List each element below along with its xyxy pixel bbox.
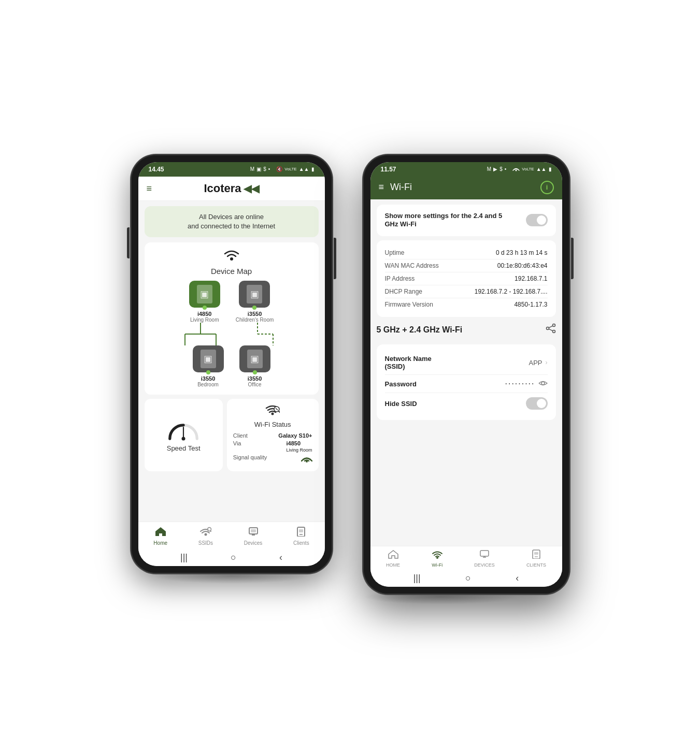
svg-point-0 xyxy=(230,257,233,261)
wifi-section-header: 5 GHz + 2.4 GHz Wi-Fi xyxy=(377,321,556,340)
svg-point-10 xyxy=(182,437,185,440)
device-tree: i4850 Living Room xyxy=(151,279,312,389)
status-time-1: 14.45 xyxy=(149,166,164,173)
tree-row-bottom: i3550 Bedroom xyxy=(193,345,270,387)
svg-line-31 xyxy=(549,329,552,331)
phone2-bottom-bar: ||| ○ ‹ xyxy=(370,569,562,587)
router-icon-2 xyxy=(247,285,262,303)
home-icon-2 xyxy=(388,549,398,561)
svg-point-29 xyxy=(552,330,555,333)
phone2: 11.57 M ▶ $ • VoLTE xyxy=(363,155,569,604)
wifi-status-header: Wi-Fi Status xyxy=(233,404,312,428)
tree-lines-svg xyxy=(169,323,294,345)
app-header-1: ≡ Icotera ◀◀ xyxy=(138,177,325,201)
nav-home-1[interactable]: Home xyxy=(153,526,167,546)
phone2-frame: 11.57 M ▶ $ • VoLTE xyxy=(363,155,569,594)
device-box-gray-2 xyxy=(193,345,224,372)
scene: 14.45 M ▣ $ • 🔇 VoLTE ▲▲ ▮ ≡ xyxy=(39,59,661,680)
clients-icon-2 xyxy=(531,549,541,561)
bottom-nav-2: HOME Wi-Fi xyxy=(370,546,562,569)
device-node-i4850: i4850 Living Room xyxy=(189,281,220,323)
phone1-frame: 14.45 M ▣ $ • 🔇 VoLTE ▲▲ ▮ ≡ xyxy=(131,155,332,573)
hide-ssid-row: Hide SSID xyxy=(385,393,548,414)
online-dot-3 xyxy=(206,370,210,374)
device-label-1: i4850 Living Room xyxy=(190,311,219,323)
svg-point-26 xyxy=(516,169,517,171)
svg-point-32 xyxy=(541,382,545,385)
bottom-bar-recents-2[interactable]: ||| xyxy=(413,573,421,584)
share-icon[interactable] xyxy=(546,323,556,336)
speed-test-label: Speed Test xyxy=(167,444,201,452)
wifi-client-row: Client Galaxy S10+ xyxy=(233,432,312,439)
device-label-4: i3550 Office xyxy=(248,375,262,387)
nav2-wifi[interactable]: Wi-Fi xyxy=(432,549,442,568)
nav-clients-1[interactable]: Clients xyxy=(293,526,309,546)
settings-toggle-row: Show more settings for the 2.4 and 5 GHz… xyxy=(385,212,548,229)
wifi-status-card[interactable]: Wi-Fi Status Client Galaxy S10+ Via i485… xyxy=(227,399,319,471)
hamburger-icon-2[interactable]: ≡ xyxy=(379,182,384,193)
info-row-ip: IP Address 192.168.7.1 xyxy=(385,272,548,285)
bottom-cards: Speed Test xyxy=(145,399,319,471)
svg-rect-34 xyxy=(480,551,489,556)
svg-point-11 xyxy=(272,412,274,415)
nav2-devices[interactable]: DEVICES xyxy=(474,549,495,568)
wifi-page-header: ≡ Wi-Fi i xyxy=(370,177,562,199)
router-icon-1 xyxy=(197,285,212,303)
device-label-3: i3550 Bedroom xyxy=(197,375,219,387)
speedometer xyxy=(165,418,202,441)
device-node-i3550-children: i3550 Children's Room xyxy=(236,281,274,323)
alert-banner: All Devices are online and connected to … xyxy=(145,206,319,237)
svg-point-28 xyxy=(546,327,549,330)
info-button[interactable]: i xyxy=(540,181,554,194)
phone1: 14.45 M ▣ $ • 🔇 VoLTE ▲▲ ▮ ≡ xyxy=(131,155,332,584)
ssids-icon: ! xyxy=(200,526,211,539)
bottom-bar-recents-1[interactable]: ||| xyxy=(180,552,188,563)
device-node-i3550-bedroom: i3550 Bedroom xyxy=(193,345,224,387)
svg-point-16 xyxy=(204,533,207,536)
online-dot-4 xyxy=(253,370,257,374)
bottom-nav-1: Home ! SSIDs xyxy=(138,522,325,548)
home-icon xyxy=(155,526,166,539)
devices-icon-2 xyxy=(479,549,490,561)
info-row-dhcp: DHCP Range 192.168.7.2 - 192.168.7.... xyxy=(385,285,548,298)
wifi-signal-row: Signal quality xyxy=(233,454,312,465)
bottom-bar-home-1[interactable]: ○ xyxy=(231,552,236,563)
nav-ssids-1[interactable]: ! SSIDs xyxy=(198,526,213,546)
settings-toggle-switch[interactable] xyxy=(526,214,548,226)
bottom-bar-back-1[interactable]: ‹ xyxy=(279,552,282,563)
wifi-icon-nav xyxy=(432,549,442,561)
svg-rect-24 xyxy=(299,529,303,532)
status-time-2: 11.57 xyxy=(381,166,396,173)
hide-ssid-toggle[interactable] xyxy=(526,397,548,410)
eye-icon[interactable] xyxy=(538,380,548,388)
info-row-firmware: Firmware Version 4850-1.17.3 xyxy=(385,298,548,311)
tree-row-top: i4850 Living Room xyxy=(189,281,274,323)
ssid-row[interactable]: Network Name(SSID) APP › xyxy=(385,351,548,375)
svg-point-27 xyxy=(552,324,555,327)
device-box-gray-1 xyxy=(239,281,270,308)
svg-rect-38 xyxy=(534,552,538,555)
status-icons-1: M ▣ $ • 🔇 VoLTE ▲▲ ▮ xyxy=(250,166,315,172)
nav2-clients[interactable]: CLIENTS xyxy=(526,549,546,568)
online-dot-2 xyxy=(252,306,256,310)
speed-test-card[interactable]: Speed Test xyxy=(145,399,223,471)
info-table-card: Uptime 0 d 23 h 13 m 14 s WAN MAC Addres… xyxy=(377,240,556,317)
status-bar-2: 11.57 M ▶ $ • VoLTE xyxy=(370,162,562,177)
logo-chevrons: ◀◀ xyxy=(244,182,259,195)
device-map-card: Device Map xyxy=(145,242,319,395)
chevron-right-icon: › xyxy=(546,359,548,366)
nav2-home[interactable]: HOME xyxy=(386,549,400,568)
wifi-status-title: Wi-Fi Status xyxy=(254,421,291,428)
wifi-via-row: Via i4850 Living Room xyxy=(233,440,312,453)
online-dot-1 xyxy=(203,306,207,310)
bottom-bar-home-2[interactable]: ○ xyxy=(465,573,471,584)
clients-icon xyxy=(295,526,307,539)
nav-devices-1[interactable]: Devices xyxy=(244,526,263,546)
password-row[interactable]: Password ········· xyxy=(385,375,548,393)
screen-content-1: All Devices are online and connected to … xyxy=(138,201,325,522)
hamburger-icon-1[interactable]: ≡ xyxy=(147,184,152,193)
bottom-bar-back-2[interactable]: ‹ xyxy=(516,573,519,584)
device-map-title: Device Map xyxy=(151,248,312,276)
wifi-section-title: 5 GHz + 2.4 GHz Wi-Fi xyxy=(377,325,463,335)
app-logo-1: Icotera ◀◀ xyxy=(204,182,259,195)
